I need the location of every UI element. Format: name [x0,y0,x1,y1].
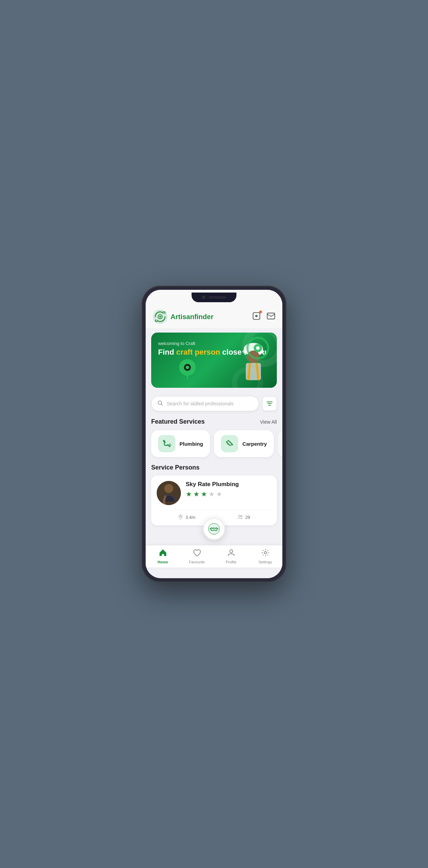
heart-icon [193,548,202,559]
star-1: ★ [186,490,192,498]
person-avatar [157,481,181,505]
notification-badge [259,310,262,313]
nav-settings[interactable]: Settings [248,548,282,564]
phone-frame: Artisanfinder [142,286,286,582]
nav-home[interactable]: Home [146,548,180,564]
featured-services-title: Featured Services [151,418,205,425]
workers-icon [237,514,243,520]
workers-count: 29 [245,515,250,520]
service-card-plumbing[interactable]: Plumbing [151,430,210,457]
home-label: Home [157,560,168,564]
svg-point-26 [230,550,233,553]
svg-point-22 [180,516,181,517]
fab-area [146,528,282,545]
svg-point-8 [186,366,189,369]
notch [192,293,236,302]
star-5: ★ [216,490,222,498]
nav-favourite[interactable]: Favourite [180,548,214,564]
services-list: Plumbing Carpentry [146,429,282,463]
app-header: Artisanfinder [146,305,282,328]
person-workers: 29 [237,514,250,520]
svg-point-23 [239,515,241,517]
mail-icon [266,312,275,320]
search-area: Search for skilled professionals [146,392,282,415]
svg-point-19 [227,443,228,445]
service-card-electrical[interactable] [278,430,282,457]
carpentry-icon [225,439,234,448]
service-card-carpentry[interactable]: Carpentry [214,430,274,457]
bottom-navigation: Home Favourite [146,545,282,568]
speaker [209,296,226,298]
screen-content: Artisanfinder [146,305,282,578]
plumbing-icon [162,439,171,448]
profile-icon [227,548,236,559]
header-actions [252,312,275,322]
plumbing-label: Plumbing [179,441,203,447]
svg-point-11 [256,346,260,350]
hero-banner: welcoming to Craft Find craft person clo… [151,333,277,388]
search-placeholder: Search for skilled professionals [167,401,234,406]
svg-point-17 [163,440,165,442]
filter-icon [266,400,273,407]
notifications-button[interactable] [252,312,261,322]
home-icon [158,548,167,559]
location-icon [178,514,183,520]
favourite-label: Favourite [189,560,205,564]
logo: Artisanfinder [153,309,213,324]
profile-label: Profile [226,560,236,564]
distance-value: 3.4m [185,515,195,520]
person-distance: 3.4m [178,514,195,520]
messages-button[interactable] [266,312,275,322]
view-all-button[interactable]: View All [260,419,277,425]
person-name: Sky Rate Plumbing [186,481,271,488]
person-rating: ★ ★ ★ ★ ★ [186,490,271,498]
settings-icon [261,548,270,559]
carpentry-label: Carpentry [242,441,267,447]
logo-icon [153,309,168,324]
star-2: ★ [193,490,200,498]
settings-label: Settings [259,560,272,564]
svg-point-27 [264,552,266,554]
svg-rect-3 [253,313,260,319]
nav-profile[interactable]: Profile [214,548,248,564]
handshake-icon [208,523,220,535]
service-persons-title: Service Persons [151,464,277,471]
plumbing-icon-bg [158,435,175,452]
featured-services-header: Featured Services View All [146,415,282,429]
search-icon [157,400,163,407]
phone-screen: Artisanfinder [146,290,282,578]
app-name: Artisanfinder [171,313,213,321]
person-card-top: Sky Rate Plumbing ★ ★ ★ ★ ★ [157,481,271,505]
banner-title-plain: Find [158,348,176,356]
star-4: ★ [208,490,215,498]
front-camera [202,296,205,299]
filter-button[interactable] [262,396,277,411]
search-box[interactable]: Search for skilled professionals [151,396,259,411]
svg-point-4 [256,315,257,317]
svg-rect-5 [267,313,275,319]
banner-title-highlight: craft person [176,348,220,356]
status-bar [146,290,282,305]
svg-point-21 [164,484,173,493]
fab-button[interactable] [203,518,225,540]
location-ring-icon [246,336,270,362]
star-3: ★ [201,490,207,498]
svg-point-2 [159,316,161,318]
svg-point-24 [241,515,242,517]
location-pin-icon [179,359,196,381]
person-info: Sky Rate Plumbing ★ ★ ★ ★ ★ [186,481,271,498]
carpentry-icon-bg [221,435,238,452]
